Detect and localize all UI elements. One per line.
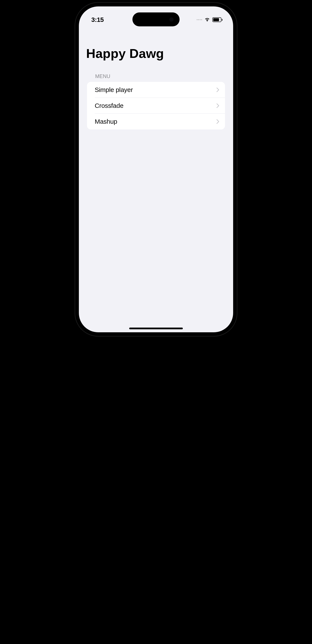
chevron-right-icon — [216, 87, 219, 92]
menu-item-mashup[interactable]: Mashup — [87, 114, 225, 130]
power-button[interactable] — [237, 98, 239, 135]
menu-item-label: Crossfade — [95, 102, 123, 109]
battery-icon — [212, 17, 222, 22]
volume-down-button[interactable] — [73, 120, 75, 144]
menu-item-simple-player[interactable]: Simple player — [87, 82, 225, 98]
status-time: 3:15 — [91, 16, 104, 23]
menu-item-crossfade[interactable]: Crossfade — [87, 98, 225, 114]
cellular-icon — [197, 19, 202, 20]
menu-item-label: Mashup — [95, 118, 117, 125]
menu-list: Simple player Crossfade Mashup — [87, 82, 225, 130]
wifi-icon — [204, 17, 210, 22]
content: Happy Dawg MENU Simple player Crossfade — [79, 26, 233, 130]
home-indicator[interactable] — [129, 328, 183, 329]
page-title: Happy Dawg — [79, 46, 233, 61]
status-icons — [197, 17, 222, 22]
menu-item-label: Simple player — [95, 86, 133, 94]
section-header: MENU — [79, 61, 233, 82]
volume-up-button[interactable] — [73, 90, 75, 114]
chevron-right-icon — [216, 103, 219, 108]
screen: 3:15 Happy Dawg MENU — [79, 6, 233, 332]
chevron-right-icon — [216, 119, 219, 124]
phone-frame: 3:15 Happy Dawg MENU — [75, 2, 237, 336]
dynamic-island — [132, 12, 180, 26]
